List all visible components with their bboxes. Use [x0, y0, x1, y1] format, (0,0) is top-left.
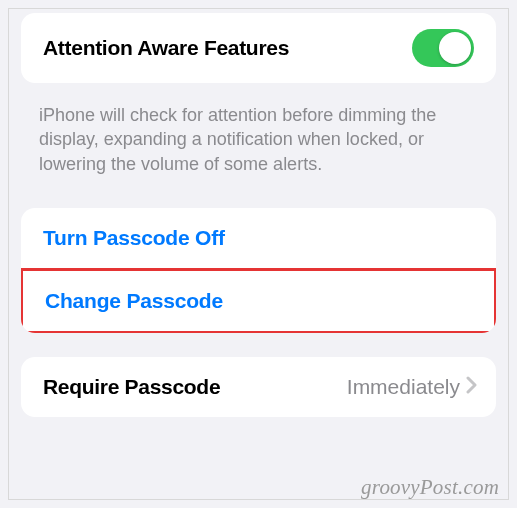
turn-passcode-off-label: Turn Passcode Off	[43, 226, 225, 249]
require-passcode-section: Require Passcode Immediately	[21, 357, 496, 417]
annotation-highlight: Change Passcode	[21, 268, 496, 333]
require-passcode-label: Require Passcode	[43, 375, 220, 399]
chevron-right-icon	[466, 376, 478, 398]
require-passcode-value: Immediately	[347, 375, 460, 399]
change-passcode-label: Change Passcode	[45, 289, 223, 312]
change-passcode-button[interactable]: Change Passcode	[23, 271, 494, 331]
attention-aware-description: iPhone will check for attention before d…	[9, 95, 508, 194]
attention-aware-section: Attention Aware Features	[21, 13, 496, 83]
toggle-knob	[439, 32, 471, 64]
attention-aware-title: Attention Aware Features	[43, 36, 289, 60]
passcode-actions-section: Turn Passcode Off Change Passcode	[21, 208, 496, 333]
require-passcode-row[interactable]: Require Passcode Immediately	[21, 357, 496, 417]
watermark-text: groovyPost.com	[361, 475, 499, 500]
attention-aware-toggle[interactable]	[412, 29, 474, 67]
turn-passcode-off-button[interactable]: Turn Passcode Off	[21, 208, 496, 268]
attention-aware-row[interactable]: Attention Aware Features	[21, 13, 496, 83]
